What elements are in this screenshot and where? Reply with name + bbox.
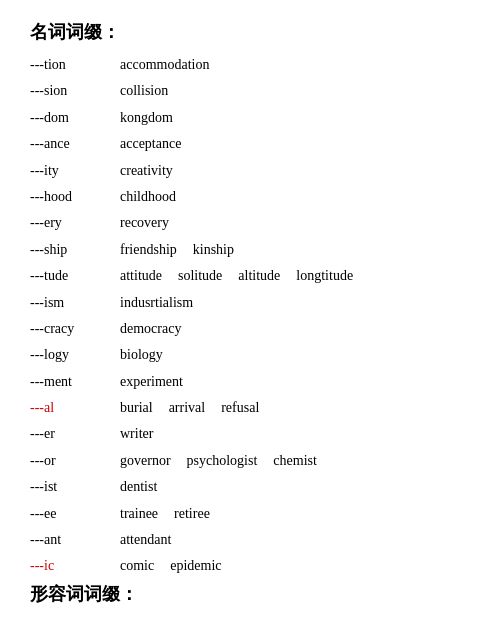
suffix-label: ---tion — [30, 54, 120, 76]
example-word: writer — [120, 423, 153, 445]
suffix-row: ---tudeattitudesolitudealtitudelongtitud… — [30, 265, 470, 287]
example-word: creativity — [120, 160, 173, 182]
suffix-label: ---ity — [30, 160, 120, 182]
example-word: democracy — [120, 318, 181, 340]
example-word: friendship — [120, 239, 177, 261]
example-word: arrival — [169, 397, 206, 419]
examples-list: kongdom — [120, 107, 173, 129]
examples-list: democracy — [120, 318, 181, 340]
suffix-row: ---antattendant — [30, 529, 470, 551]
suffix-label: ---ance — [30, 133, 120, 155]
suffix-label: ---er — [30, 423, 120, 445]
suffix-label: ---ship — [30, 239, 120, 261]
suffix-row: ---orgovernorpsychologistchemist — [30, 450, 470, 472]
examples-list: recovery — [120, 212, 169, 234]
suffix-row: ---cracydemocracy — [30, 318, 470, 340]
example-word: attitude — [120, 265, 162, 287]
example-word: refusal — [221, 397, 259, 419]
example-word: comic — [120, 555, 154, 577]
suffix-row: ---eetraineeretiree — [30, 503, 470, 525]
suffix-row: ---istdentist — [30, 476, 470, 498]
example-word: trainee — [120, 503, 158, 525]
suffix-row: ---itycreativity — [30, 160, 470, 182]
example-word: burial — [120, 397, 153, 419]
examples-list: attendant — [120, 529, 171, 551]
example-word: kinship — [193, 239, 234, 261]
example-word: psychologist — [187, 450, 258, 472]
suffix-label: ---ist — [30, 476, 120, 498]
example-word: acceptance — [120, 133, 181, 155]
example-word: collision — [120, 80, 168, 102]
example-word: epidemic — [170, 555, 221, 577]
suffix-label: ---sion — [30, 80, 120, 102]
example-word: childhood — [120, 186, 176, 208]
example-word: altitude — [238, 265, 280, 287]
example-word: biology — [120, 344, 163, 366]
suffix-row: ---mentexperiment — [30, 371, 470, 393]
example-word: dentist — [120, 476, 157, 498]
suffix-label: ---al — [30, 397, 120, 419]
example-word: longtitude — [296, 265, 353, 287]
suffix-label: ---ism — [30, 292, 120, 314]
example-word: governor — [120, 450, 171, 472]
suffix-row: ---domkongdom — [30, 107, 470, 129]
examples-list: biology — [120, 344, 163, 366]
suffix-row: ---ismindusrtialism — [30, 292, 470, 314]
adjective-section: 形容词词缀： — [30, 582, 470, 606]
noun-section: 名词词缀： ---tionaccommodation---sioncollisi… — [30, 20, 470, 578]
suffix-label: ---tude — [30, 265, 120, 287]
suffix-label: ---hood — [30, 186, 120, 208]
examples-list: comicepidemic — [120, 555, 222, 577]
example-word: experiment — [120, 371, 183, 393]
suffix-row: ---sioncollision — [30, 80, 470, 102]
suffix-row: ---eryrecovery — [30, 212, 470, 234]
example-word: accommodation — [120, 54, 209, 76]
suffix-label: ---cracy — [30, 318, 120, 340]
examples-list: acceptance — [120, 133, 181, 155]
example-word: retiree — [174, 503, 210, 525]
suffix-label: ---ery — [30, 212, 120, 234]
examples-list: writer — [120, 423, 153, 445]
suffix-label: ---ee — [30, 503, 120, 525]
suffix-row: ---iccomicepidemic — [30, 555, 470, 577]
suffix-row: ---shipfriendshipkinship — [30, 239, 470, 261]
suffix-label: ---ic — [30, 555, 120, 577]
suffix-row: ---erwriter — [30, 423, 470, 445]
examples-list: indusrtialism — [120, 292, 193, 314]
examples-list: attitudesolitudealtitudelongtitude — [120, 265, 353, 287]
examples-list: experiment — [120, 371, 183, 393]
adjective-section-title: 形容词词缀： — [30, 582, 470, 606]
examples-list: dentist — [120, 476, 157, 498]
example-word: kongdom — [120, 107, 173, 129]
examples-list: childhood — [120, 186, 176, 208]
noun-section-title: 名词词缀： — [30, 20, 470, 44]
suffix-label: ---dom — [30, 107, 120, 129]
example-word: indusrtialism — [120, 292, 193, 314]
example-word: recovery — [120, 212, 169, 234]
suffix-row: ---hoodchildhood — [30, 186, 470, 208]
suffix-row: ---alburialarrivalrefusal — [30, 397, 470, 419]
examples-list: collision — [120, 80, 168, 102]
suffix-row: ---anceacceptance — [30, 133, 470, 155]
suffix-label: ---ant — [30, 529, 120, 551]
example-word: attendant — [120, 529, 171, 551]
examples-list: friendshipkinship — [120, 239, 234, 261]
examples-list: accommodation — [120, 54, 209, 76]
example-word: chemist — [273, 450, 317, 472]
suffix-label: ---ment — [30, 371, 120, 393]
examples-list: creativity — [120, 160, 173, 182]
suffix-label: ---or — [30, 450, 120, 472]
suffix-row: ---logybiology — [30, 344, 470, 366]
examples-list: burialarrivalrefusal — [120, 397, 259, 419]
examples-list: traineeretiree — [120, 503, 210, 525]
examples-list: governorpsychologistchemist — [120, 450, 317, 472]
example-word: solitude — [178, 265, 222, 287]
suffix-row: ---tionaccommodation — [30, 54, 470, 76]
suffix-label: ---logy — [30, 344, 120, 366]
